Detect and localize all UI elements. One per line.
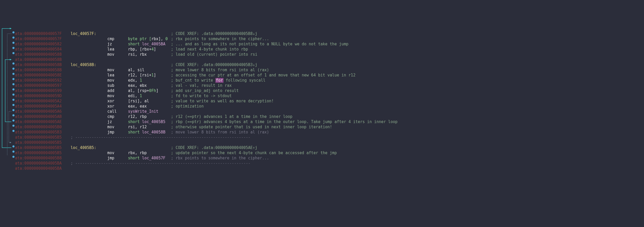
address-column[interactable]: ata:00000000004005B5	[15, 135, 71, 140]
register: rbp	[140, 114, 147, 119]
address-column[interactable]: ata:00000000004005A6	[15, 109, 71, 114]
address-column[interactable]: ata:000000000040057F	[15, 31, 71, 36]
disasm-line[interactable]: ata:0000000000400582jzshort loc_4005BA; …	[0, 41, 644, 47]
address-column[interactable]: ata:0000000000400582	[15, 41, 71, 47]
code-label[interactable]: loc_40058B:	[71, 62, 96, 67]
arrow-gutter	[0, 166, 12, 171]
disasm-line[interactable]: ata:0000000000400588movrsi, rbx; load ol…	[0, 52, 644, 57]
arrow-gutter	[0, 62, 12, 67]
breakpoint-dot[interactable]	[12, 42, 14, 44]
breakpoint-dot[interactable]	[12, 83, 14, 85]
operand-text: , [	[135, 47, 142, 52]
address-column[interactable]: ata:00000000004005A2	[15, 98, 71, 104]
address-column[interactable]: ata:0000000000400597	[15, 83, 71, 88]
disasm-line[interactable]: ata:00000000004005B5movrbx, rbp; update …	[0, 150, 644, 155]
disasm-line[interactable]: ata:000000000040058B	[0, 57, 644, 62]
disasm-line[interactable]: ata:0000000000400599addal, [rsp+0Fh]; ad…	[0, 88, 644, 93]
address-column[interactable]: ata:000000000040058B	[15, 67, 71, 73]
disasm-line[interactable]: ata:00000000004005BA; ------------------…	[0, 161, 644, 166]
operand-column: short loc_40058B	[128, 130, 171, 135]
xref-target[interactable]: .data:00000000004005B8↓j	[201, 31, 257, 36]
breakpoint-dot[interactable]	[12, 37, 14, 39]
breakpoint-dot[interactable]	[12, 94, 14, 96]
address-column[interactable]: ata:0000000000400584	[15, 47, 71, 52]
disassembly-listing[interactable]: ata:000000000040057Floc_40057F:; CODE XR…	[0, 21, 644, 171]
breakpoint-dot[interactable]	[12, 88, 14, 90]
disasm-line[interactable]: ata:00000000004005B5	[0, 140, 644, 145]
breakpoint-dot[interactable]	[12, 47, 14, 49]
address-column[interactable]: ata:000000000040058E	[15, 73, 71, 78]
address-column[interactable]: ata:00000000004005B8	[15, 155, 71, 161]
disasm-line[interactable]: ata:00000000004005BA	[0, 166, 644, 171]
disasm-line[interactable]: ata:0000000000400597subeax, ebx; val - v…	[0, 83, 644, 88]
address-column[interactable]: ata:00000000004005AB	[15, 114, 71, 119]
symbol-ref[interactable]: loc_40058B	[142, 130, 165, 134]
address-column[interactable]: ata:0000000000400599	[15, 88, 71, 93]
disasm-line[interactable]: ata:00000000004005A6callsysWrite_Init	[0, 109, 644, 114]
breakpoint-dot[interactable]	[12, 130, 14, 132]
disasm-line[interactable]: ata:0000000000400584learbp, [rbx+4]; loa…	[0, 47, 644, 52]
xref-comment[interactable]: ; CODE XREF: .data:00000000004005B3↓j	[171, 62, 257, 67]
code-label[interactable]: loc_4005B5:	[71, 145, 96, 150]
address-column[interactable]: ata:0000000000400588	[15, 52, 71, 57]
address-column[interactable]: ata:00000000004005B0	[15, 124, 71, 130]
address-column[interactable]: ata:000000000040058B	[15, 62, 71, 67]
breakpoint-dot[interactable]	[12, 119, 14, 122]
address-column[interactable]: ata:000000000040059D	[15, 93, 71, 98]
address-column[interactable]: ata:00000000004005B5	[15, 140, 71, 145]
breakpoint-dot[interactable]	[12, 78, 14, 80]
breakpoint-dot[interactable]	[12, 73, 14, 75]
disasm-line[interactable]: ata:00000000004005B0movrsi, r12; otherwi…	[0, 124, 644, 130]
mnemonic-column: sub	[107, 83, 128, 88]
address-column[interactable]: ata:00000000004005BA	[15, 161, 71, 166]
comment: ; load old (current) pointer into rsi	[171, 52, 257, 57]
disasm-line[interactable]: ata:00000000004005B5; ------------------…	[0, 135, 644, 140]
breakpoint-dot[interactable]	[12, 125, 14, 127]
breakpoint-dot[interactable]	[12, 62, 14, 65]
disasm-line[interactable]: ata:00000000004005B5loc_4005B5:; CODE XR…	[0, 145, 644, 150]
symbol-ref[interactable]: loc_40057F	[142, 156, 165, 160]
symbol-ref[interactable]: loc_4005B5	[142, 119, 165, 124]
disasm-line[interactable]: ata:00000000004005B8jmpshort loc_40057F;…	[0, 155, 644, 161]
address-column[interactable]: ata:00000000004005B3	[15, 130, 71, 135]
breakpoint-dot[interactable]	[12, 109, 14, 111]
disasm-line[interactable]: ata:000000000040059Dmovedi, 1; fd to wri…	[0, 93, 644, 98]
address-column[interactable]: ata:000000000040057F	[15, 36, 71, 41]
disasm-line[interactable]: ata:00000000004005A4xoreax, eax; optimiz…	[0, 104, 644, 109]
address-column[interactable]: ata:00000000004005BA	[15, 166, 71, 171]
symbol-ref[interactable]: sysWrite_Init	[128, 109, 158, 114]
address-column[interactable]: ata:00000000004005B5	[15, 150, 71, 155]
code-label[interactable]: loc_40057F:	[71, 31, 96, 36]
disasm-line[interactable]: ata:000000000040057Floc_40057F:; CODE XR…	[0, 31, 644, 36]
breakpoint-dot[interactable]	[12, 99, 14, 101]
disasm-line[interactable]: ata:000000000040057Fcmpbyte ptr [rbx], 0…	[0, 36, 644, 41]
address-column[interactable]: ata:00000000004005A4	[15, 104, 71, 109]
breakpoint-dot[interactable]	[12, 145, 14, 147]
xref-comment[interactable]: ; CODE XREF: .data:00000000004005AE↑j	[171, 145, 257, 150]
address-column[interactable]: ata:000000000040058B	[15, 57, 71, 62]
breakpoint-dot[interactable]	[12, 104, 14, 106]
address-column[interactable]: ata:00000000004005AE	[15, 119, 71, 124]
xref-target[interactable]: .data:00000000004005AE↑j	[201, 145, 257, 150]
breakpoint-dot[interactable]	[12, 114, 14, 116]
address-column[interactable]: ata:0000000000400592	[15, 78, 71, 83]
disasm-line[interactable]: ata:000000000040058Bmoval, sil; move low…	[0, 67, 644, 73]
symbol-ref[interactable]: loc_4005BA	[142, 42, 165, 46]
mnemonic-column: add	[107, 88, 128, 93]
disasm-line[interactable]: ata:00000000004005AEjzshort loc_4005B5; …	[0, 119, 644, 124]
disasm-line[interactable]: ata:00000000004005ABcmpr12, rbp; r12 (==…	[0, 114, 644, 119]
xref-comment[interactable]: ; CODE XREF: .data:00000000004005B8↓j	[171, 31, 257, 36]
xref-target[interactable]: .data:00000000004005B3↓j	[201, 62, 257, 67]
disasm-line[interactable]: ata:000000000040058Elear12, [rsi+1]; acc…	[0, 73, 644, 78]
breakpoint-dot[interactable]	[12, 31, 14, 33]
address: ata:0000000000400584	[15, 47, 62, 52]
disasm-line[interactable]: ata:000000000040058Bloc_40058B:; CODE XR…	[0, 62, 644, 67]
breakpoint-dot[interactable]	[12, 151, 14, 153]
disasm-line[interactable]: ata:00000000004005B3jmpshort loc_40058B;…	[0, 130, 644, 135]
disasm-line[interactable]: ata:0000000000400592movedx, 1; buf_cnt t…	[0, 78, 644, 83]
disasm-line[interactable]: ata:00000000004005A2xor[rsi], al; value …	[0, 98, 644, 104]
breakpoint-dot[interactable]	[12, 52, 14, 54]
breakpoint-dot[interactable]	[12, 68, 14, 70]
address-column[interactable]: ata:00000000004005B5	[15, 145, 71, 150]
breakpoint-dot[interactable]	[12, 156, 14, 158]
